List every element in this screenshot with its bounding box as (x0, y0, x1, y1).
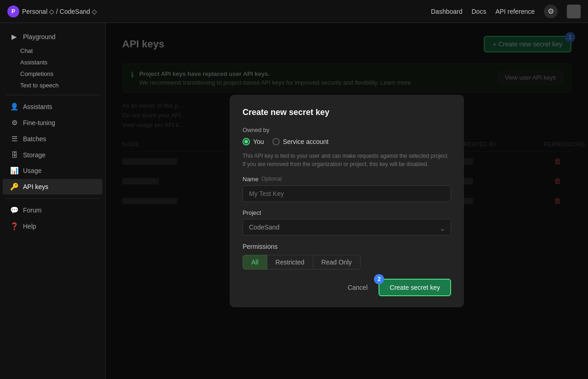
radio-service-account[interactable]: Service account (272, 138, 329, 145)
sidebar-item-assistants[interactable]: 👤 Assistants (3, 99, 102, 115)
modal-overlay: Create new secret key Owned by You Servi… (106, 23, 588, 379)
key-name-input[interactable] (243, 185, 451, 202)
help-icon: ❓ (10, 222, 18, 230)
topbar-nav: Dashboard Docs API reference (431, 8, 535, 15)
radio-circle-you (243, 138, 250, 145)
name-field-label: Name Optional (243, 176, 451, 183)
project-field-label: Project (243, 209, 451, 216)
sidebar-item-storage[interactable]: 🗄 Storage (3, 147, 102, 162)
sidebar-divider-2 (6, 198, 100, 199)
radio-circle-service (272, 138, 280, 145)
sidebar-item-api-keys[interactable]: 🔑 API keys (3, 179, 102, 195)
project-select[interactable]: CodeSand (243, 219, 451, 235)
owned-by-description: This API key is tied to your user and ca… (243, 152, 451, 168)
sidebar-item-assistants-sub[interactable]: Assistants (0, 57, 105, 68)
sidebar-item-playground[interactable]: ▶ Playground (3, 29, 102, 45)
sidebar-item-batches[interactable]: ☰ Batches (3, 131, 102, 147)
layout: ▶ Playground Chat Assistants Completions… (0, 23, 588, 379)
storage-icon: 🗄 (10, 151, 18, 159)
cancel-button[interactable]: Cancel (342, 280, 373, 295)
sidebar-item-completions[interactable]: Completions (0, 68, 105, 80)
org-avatar[interactable]: P (7, 6, 19, 17)
nav-docs[interactable]: Docs (471, 8, 486, 15)
person-icon: 👤 (10, 103, 18, 111)
perm-tab-all[interactable]: All (243, 255, 267, 270)
create-key-modal: Create new secret key Owned by You Servi… (230, 95, 464, 307)
nav-api-reference[interactable]: API reference (495, 8, 535, 15)
settings-icon[interactable]: ⚙ (544, 5, 558, 18)
modal-footer: Cancel Create secret key 2 (243, 279, 451, 296)
user-avatar[interactable] (567, 5, 581, 18)
owned-by-row: You Service account (243, 138, 451, 145)
sidebar-item-help[interactable]: ❓ Help (3, 218, 102, 234)
sidebar-item-fine-tuning[interactable]: ⚙ Fine-tuning (3, 115, 102, 131)
play-icon: ▶ (10, 33, 18, 41)
permissions-tabs: All Restricted Read Only (243, 255, 451, 270)
permissions-label: Permissions (243, 243, 451, 250)
breadcrumb: Personal ◇ / CodeSand ◇ (22, 8, 97, 15)
settings-icon: ⚙ (10, 119, 18, 127)
sidebar-item-usage[interactable]: 📊 Usage (3, 163, 102, 178)
nav-dashboard[interactable]: Dashboard (431, 8, 463, 15)
perm-tab-restricted[interactable]: Restricted (267, 255, 313, 270)
sidebar: ▶ Playground Chat Assistants Completions… (0, 23, 106, 379)
sidebar-divider (6, 95, 100, 95)
sidebar-item-chat[interactable]: Chat (0, 45, 105, 57)
forum-icon: 💬 (10, 206, 18, 214)
sidebar-item-text-to-speech[interactable]: Text to speech (0, 80, 105, 91)
perm-tab-read-only[interactable]: Read Only (313, 255, 361, 270)
sidebar-item-forum[interactable]: 💬 Forum (3, 202, 102, 218)
project-select-wrapper: CodeSand (243, 219, 451, 235)
chart-icon: 📊 (10, 167, 18, 175)
list-icon: ☰ (10, 135, 18, 143)
owned-by-label: Owned by (243, 126, 451, 133)
radio-you[interactable]: You (243, 138, 264, 145)
create-secret-key-button[interactable]: Create secret key (379, 279, 451, 296)
create-btn-wrapper: Create secret key 2 (379, 279, 451, 296)
topbar: P Personal ◇ / CodeSand ◇ Dashboard Docs… (0, 0, 588, 23)
modal-title: Create new secret key (243, 108, 451, 117)
topbar-left: P Personal ◇ / CodeSand ◇ (7, 6, 97, 17)
key-icon: 🔑 (10, 183, 18, 191)
main-content: API keys + Create new secret key 1 ℹ Pro… (106, 23, 588, 379)
topbar-right: Dashboard Docs API reference ⚙ (431, 5, 581, 18)
